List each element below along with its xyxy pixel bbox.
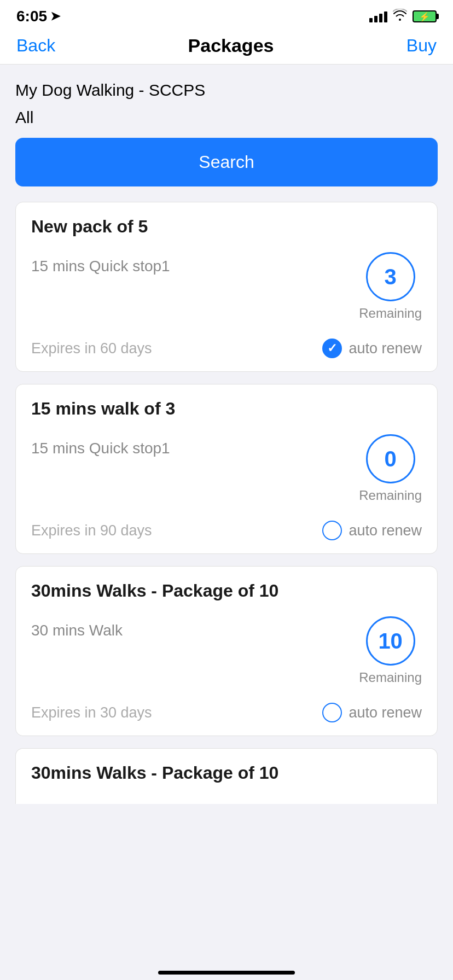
remaining-circle: 0 <box>366 434 415 483</box>
package-body: 15 mins Quick stop1 0 Remaining <box>31 434 422 503</box>
remaining-label: Remaining <box>359 488 422 503</box>
remaining-container: 0 Remaining <box>359 434 422 503</box>
status-bar: 6:05 ➤ ⚡ <box>0 0 453 30</box>
home-bar <box>158 971 295 975</box>
package-service: 30 mins Walk <box>31 616 123 639</box>
buy-button[interactable]: Buy <box>406 36 437 56</box>
remaining-container: 3 Remaining <box>359 252 422 321</box>
package-service: 15 mins Quick stop1 <box>31 434 170 457</box>
auto-renew-checkbox[interactable] <box>322 521 342 540</box>
page-title: Packages <box>188 35 274 56</box>
back-button[interactable]: Back <box>16 36 55 56</box>
expires-text: Expires in 30 days <box>31 704 152 721</box>
main-content: My Dog Walking - SCCPS All Search New pa… <box>0 65 453 804</box>
package-title: 30mins Walks - Package of 10 <box>31 763 422 783</box>
remaining-label: Remaining <box>359 306 422 321</box>
auto-renew-container: auto renew <box>322 521 422 540</box>
package-footer: Expires in 90 days auto renew <box>31 516 422 540</box>
auto-renew-label: auto renew <box>349 522 422 539</box>
expires-text: Expires in 60 days <box>31 340 152 357</box>
package-body: 30 mins Walk 10 Remaining <box>31 616 422 685</box>
package-title: 15 mins walk of 3 <box>31 399 422 419</box>
package-body: 15 mins Quick stop1 3 Remaining <box>31 252 422 321</box>
auto-renew-container: auto renew <box>322 703 422 722</box>
wifi-icon <box>393 9 407 24</box>
remaining-circle: 10 <box>366 616 415 666</box>
package-card: 30mins Walks - Package of 10 30 mins Wal… <box>15 566 438 736</box>
auto-renew-checkbox[interactable] <box>322 703 342 722</box>
business-name: My Dog Walking - SCCPS <box>15 81 438 100</box>
filter-label: All <box>15 108 438 127</box>
package-footer: Expires in 30 days auto renew <box>31 698 422 722</box>
auto-renew-label: auto renew <box>349 704 422 721</box>
status-time-area: 6:05 ➤ <box>16 8 60 25</box>
package-card: New pack of 5 15 mins Quick stop1 3 Rema… <box>15 202 438 372</box>
package-service: 15 mins Quick stop1 <box>31 252 170 275</box>
remaining-label: Remaining <box>359 670 422 685</box>
package-card-partial: 30mins Walks - Package of 10 <box>15 748 438 804</box>
status-time: 6:05 <box>16 8 47 25</box>
remaining-circle: 3 <box>366 252 415 301</box>
location-arrow-icon: ➤ <box>50 9 60 24</box>
package-title: 30mins Walks - Package of 10 <box>31 581 422 601</box>
nav-bar: Back Packages Buy <box>0 30 453 65</box>
home-indicator <box>0 964 453 980</box>
battery-icon: ⚡ <box>413 10 437 22</box>
auto-renew-checkbox[interactable]: ✓ <box>322 339 342 358</box>
package-footer: Expires in 60 days ✓ auto renew <box>31 334 422 358</box>
package-title: New pack of 5 <box>31 217 422 237</box>
expires-text: Expires in 90 days <box>31 522 152 539</box>
auto-renew-label: auto renew <box>349 340 422 357</box>
status-indicators: ⚡ <box>369 9 437 24</box>
remaining-container: 10 Remaining <box>359 616 422 685</box>
search-button[interactable]: Search <box>15 138 438 186</box>
package-card: 15 mins walk of 3 15 mins Quick stop1 0 … <box>15 384 438 554</box>
auto-renew-container: ✓ auto renew <box>322 339 422 358</box>
signal-icon <box>369 10 387 22</box>
